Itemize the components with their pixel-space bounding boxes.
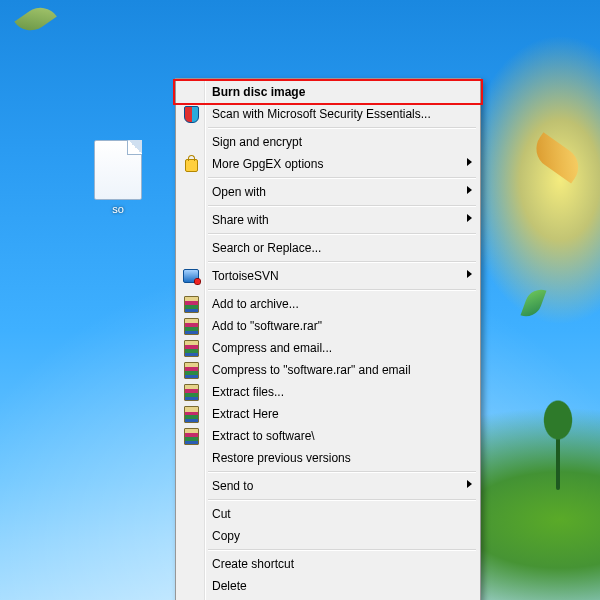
submenu-arrow-icon <box>467 270 472 278</box>
blank-icon <box>183 134 199 150</box>
context-menu-item[interactable]: Share with <box>178 209 478 231</box>
submenu-arrow-icon <box>467 214 472 222</box>
blank-icon <box>183 528 199 544</box>
shield-icon <box>183 106 199 122</box>
context-menu-item[interactable]: Delete <box>178 575 478 597</box>
context-menu-item-label: Sign and encrypt <box>212 135 302 149</box>
leaf-decoration <box>529 132 587 183</box>
blank-icon <box>183 578 199 594</box>
context-menu-separator <box>208 127 476 129</box>
context-menu-separator <box>208 177 476 179</box>
blank-icon <box>183 84 199 100</box>
context-menu-item[interactable]: Scan with Microsoft Security Essentials.… <box>178 103 478 125</box>
context-menu-item[interactable]: Sign and encrypt <box>178 131 478 153</box>
context-menu-separator <box>208 471 476 473</box>
context-menu-item[interactable]: Extract to software\ <box>178 425 478 447</box>
tree-decoration <box>556 430 560 490</box>
context-menu-item[interactable]: Copy <box>178 525 478 547</box>
context-menu-item[interactable]: Burn disc image <box>178 81 478 103</box>
blank-icon <box>183 506 199 522</box>
context-menu-item-label: TortoiseSVN <box>212 269 279 283</box>
context-menu-item[interactable]: Add to "software.rar" <box>178 315 478 337</box>
context-menu-item[interactable]: Compress to "software.rar" and email <box>178 359 478 381</box>
blank-icon <box>183 184 199 200</box>
submenu-arrow-icon <box>467 480 472 488</box>
context-menu-item[interactable]: Search or Replace... <box>178 237 478 259</box>
submenu-arrow-icon <box>467 186 472 194</box>
blank-icon <box>183 240 199 256</box>
blank-icon <box>183 478 199 494</box>
lock-icon <box>183 156 199 172</box>
context-menu-item-label: Compress to "software.rar" and email <box>212 363 411 377</box>
context-menu-item[interactable]: Extract files... <box>178 381 478 403</box>
context-menu-item-label: Create shortcut <box>212 557 294 571</box>
context-menu-item-label: Extract to software\ <box>212 429 315 443</box>
leaf-decoration <box>14 0 57 38</box>
context-menu-item-label: Delete <box>212 579 247 593</box>
desktop-file-icon[interactable]: so <box>82 140 154 215</box>
context-menu-separator <box>208 289 476 291</box>
context-menu-item-label: Share with <box>212 213 269 227</box>
context-menu-item[interactable]: More GpgEX options <box>178 153 478 175</box>
context-menu-item-label: Send to <box>212 479 253 493</box>
context-menu-item[interactable]: Send to <box>178 475 478 497</box>
submenu-arrow-icon <box>467 158 472 166</box>
context-menu-item-label: Search or Replace... <box>212 241 321 255</box>
rar-icon <box>183 318 199 334</box>
rar-icon <box>183 428 199 444</box>
context-menu-item[interactable]: Compress and email... <box>178 337 478 359</box>
context-menu-item[interactable]: Restore previous versions <box>178 447 478 469</box>
context-menu-item-label: Cut <box>212 507 231 521</box>
rar-icon <box>183 340 199 356</box>
blank-icon <box>183 556 199 572</box>
context-menu-item[interactable]: Add to archive... <box>178 293 478 315</box>
context-menu-item-label: Scan with Microsoft Security Essentials.… <box>212 107 431 121</box>
desktop-background: so Burn disc imageScan with Microsoft Se… <box>0 0 600 600</box>
context-menu: Burn disc imageScan with Microsoft Secur… <box>175 78 481 600</box>
context-menu-item-label: Extract files... <box>212 385 284 399</box>
context-menu-separator <box>208 549 476 551</box>
context-menu-item-label: Copy <box>212 529 240 543</box>
rar-icon <box>183 406 199 422</box>
context-menu-item-label: Restore previous versions <box>212 451 351 465</box>
file-thumbnail-icon <box>94 140 142 200</box>
rar-icon <box>183 384 199 400</box>
context-menu-item-label: Compress and email... <box>212 341 332 355</box>
file-caption: so <box>82 203 154 215</box>
context-menu-item-label: More GpgEX options <box>212 157 323 171</box>
context-menu-item-label: Extract Here <box>212 407 279 421</box>
svn-icon <box>183 268 199 284</box>
context-menu-separator <box>208 499 476 501</box>
context-menu-item-label: Open with <box>212 185 266 199</box>
context-menu-item[interactable]: Extract Here <box>178 403 478 425</box>
context-menu-item[interactable]: Create shortcut <box>178 553 478 575</box>
context-menu-item[interactable]: TortoiseSVN <box>178 265 478 287</box>
blank-icon <box>183 450 199 466</box>
context-menu-separator <box>208 205 476 207</box>
context-menu-item-label: Add to "software.rar" <box>212 319 322 333</box>
context-menu-item[interactable]: Cut <box>178 503 478 525</box>
leaf-decoration <box>520 285 546 321</box>
rar-icon <box>183 362 199 378</box>
context-menu-separator <box>208 233 476 235</box>
context-menu-separator <box>208 261 476 263</box>
context-menu-item-label: Burn disc image <box>212 85 305 99</box>
rar-icon <box>183 296 199 312</box>
blank-icon <box>183 212 199 228</box>
context-menu-item-label: Add to archive... <box>212 297 299 311</box>
context-menu-item[interactable]: Open with <box>178 181 478 203</box>
